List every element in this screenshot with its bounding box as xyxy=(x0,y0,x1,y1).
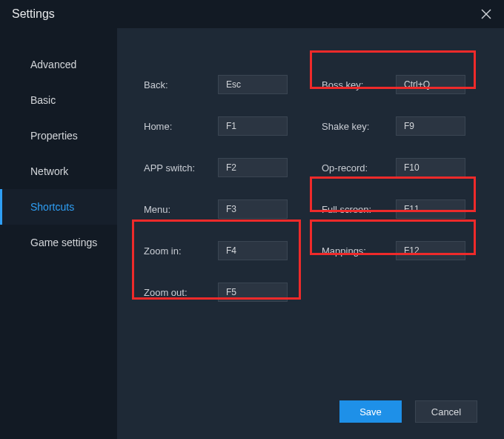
input-app-switch[interactable] xyxy=(218,158,288,177)
titlebar: Settings xyxy=(0,0,504,28)
label-zoom-in: Zoom in: xyxy=(144,245,218,257)
input-zoom-in[interactable] xyxy=(218,241,288,260)
label-mappings: Mappings: xyxy=(322,245,396,257)
row-app-switch: APP switch: xyxy=(144,147,299,188)
label-back: Back: xyxy=(144,79,218,90)
sidebar-item-label: Game settings xyxy=(30,237,97,248)
save-button[interactable]: Save xyxy=(339,400,402,423)
close-button[interactable] xyxy=(479,7,494,22)
row-full-screen: Full screen: xyxy=(322,188,477,230)
row-home: Home: xyxy=(144,105,299,147)
label-boss-key: Boss key: xyxy=(322,79,396,90)
sidebar-item-label: Advanced xyxy=(30,59,76,70)
main-area: Advanced Basic Properties Network Shortc… xyxy=(0,28,504,439)
label-menu: Menu: xyxy=(144,204,218,215)
label-app-switch: APP switch: xyxy=(144,162,218,174)
row-zoom-out: Zoom out: xyxy=(144,271,299,313)
footer-buttons: Save Cancel xyxy=(339,400,477,423)
row-boss-key: Boss key: xyxy=(322,64,477,105)
input-shake-key[interactable] xyxy=(396,116,465,136)
sidebar-item-label: Network xyxy=(30,165,68,177)
row-shake-key: Shake key: xyxy=(322,105,477,147)
close-icon xyxy=(481,9,491,19)
sidebar-item-label: Shortcuts xyxy=(30,201,74,213)
content-panel: Back: Home: APP switch: Menu: Zoom in: xyxy=(117,28,504,439)
input-mappings[interactable] xyxy=(396,241,465,260)
cancel-label: Cancel xyxy=(431,406,461,417)
input-zoom-out[interactable] xyxy=(218,283,288,302)
sidebar-item-properties[interactable]: Properties xyxy=(0,118,117,154)
window-title: Settings xyxy=(12,7,55,21)
input-op-record[interactable] xyxy=(396,158,465,177)
shortcuts-col-left: Back: Home: APP switch: Menu: Zoom in: xyxy=(144,64,299,313)
input-boss-key[interactable] xyxy=(396,75,465,94)
row-menu: Menu: xyxy=(144,188,299,230)
save-label: Save xyxy=(359,406,382,417)
label-op-record: Op-record: xyxy=(322,162,396,174)
row-back: Back: xyxy=(144,64,299,105)
input-menu[interactable] xyxy=(218,199,288,219)
sidebar-item-basic[interactable]: Basic xyxy=(0,82,117,118)
sidebar-item-label: Properties xyxy=(30,130,78,142)
sidebar-item-label: Basic xyxy=(30,94,56,106)
sidebar-item-shortcuts[interactable]: Shortcuts xyxy=(0,189,117,225)
input-full-screen[interactable] xyxy=(396,199,465,219)
shortcuts-col-right: Boss key: Shake key: Op-record: Full scr… xyxy=(322,64,477,313)
input-back[interactable] xyxy=(218,75,288,94)
sidebar-item-network[interactable]: Network xyxy=(0,154,117,189)
row-op-record: Op-record: xyxy=(322,147,477,188)
label-full-screen: Full screen: xyxy=(322,204,396,215)
label-shake-key: Shake key: xyxy=(322,121,396,132)
sidebar: Advanced Basic Properties Network Shortc… xyxy=(0,28,117,439)
label-home: Home: xyxy=(144,121,218,132)
row-zoom-in: Zoom in: xyxy=(144,230,299,271)
label-zoom-out: Zoom out: xyxy=(144,287,218,298)
input-home[interactable] xyxy=(218,116,288,136)
sidebar-item-game-settings[interactable]: Game settings xyxy=(0,225,117,260)
sidebar-item-advanced[interactable]: Advanced xyxy=(0,47,117,82)
cancel-button[interactable]: Cancel xyxy=(415,400,477,423)
shortcuts-grid: Back: Home: APP switch: Menu: Zoom in: xyxy=(144,64,477,313)
row-mappings: Mappings: xyxy=(322,230,477,271)
